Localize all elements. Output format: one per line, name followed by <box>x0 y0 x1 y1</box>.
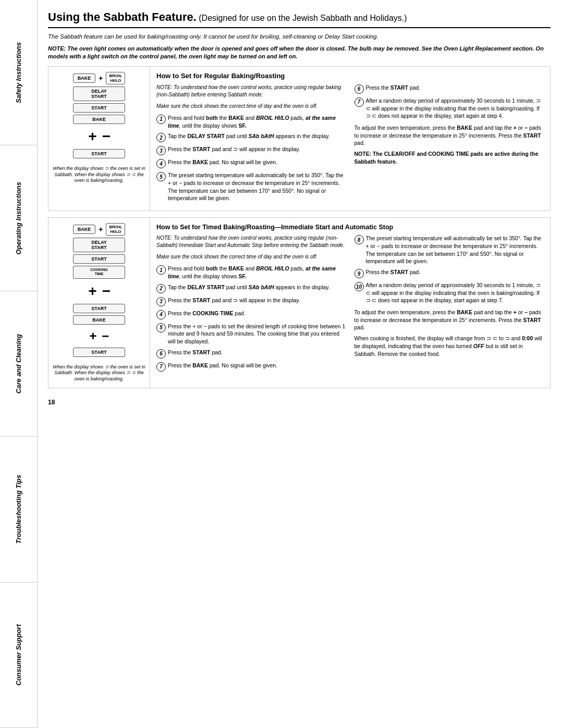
bake-pad-1[interactable]: BAKE <box>73 73 96 83</box>
section1-diagram-area: BAKE + BROILHI/LO DELAYSTART START BAKE … <box>48 67 150 211</box>
section1-bold-note: NOTE: The CLEAR/OFF and COOKING TIME pad… <box>354 150 544 165</box>
plus-minus-1: + − <box>88 128 111 145</box>
delay-start-pad-2[interactable]: DELAYSTART <box>73 238 125 252</box>
start-pad-1[interactable]: START <box>73 103 125 113</box>
step-text-4: Press the BAKE pad. No signal will be gi… <box>168 158 277 166</box>
section1-make-sure: Make sure the clock shows the correct ti… <box>156 103 346 110</box>
step-num-s2-10: 10 <box>354 282 364 291</box>
step-text-s2-2: Tap the DELAY START pad until SAb bAtH a… <box>168 283 330 291</box>
plus-2a[interactable]: + <box>88 283 96 300</box>
step-text-s2-5: Press the + or − pads to set the desired… <box>168 323 346 346</box>
delay-start-pad-1[interactable]: DELAYSTART <box>73 87 125 101</box>
minus-1[interactable]: − <box>102 128 110 145</box>
step-item: 1 Press and hold both the BAKE and BROIL… <box>156 114 346 129</box>
step-num-s2-3: 3 <box>156 297 166 306</box>
section2-adjust-note: To adjust the oven temperature, press th… <box>354 309 544 331</box>
section2-steps-area: How to Set for Timed Baking/Roasting—Imm… <box>150 218 550 388</box>
section1-heading: How to Set for Regular Baking/Roasting <box>156 72 544 80</box>
oven-diagram-2: BAKE + BROILHI/LO DELAYSTART START COOKI… <box>57 223 141 357</box>
plus-minus-2a: + − <box>88 283 111 300</box>
step-num-2: 2 <box>156 133 166 142</box>
section-regular-baking: BAKE + BROILHI/LO DELAYSTART START BAKE … <box>48 66 550 211</box>
start-pad-2c[interactable]: START <box>73 348 125 357</box>
step-num-s2-9: 9 <box>354 269 364 278</box>
section-timed-baking: BAKE + BROILHI/LO DELAYSTART START COOKI… <box>48 217 550 388</box>
step-num-7: 7 <box>354 97 364 107</box>
section2-right-steps-list: 8 The preset starting temperature will a… <box>354 235 544 304</box>
section2-steps-list: 1 Press and hold both the BAKE and BROIL… <box>156 265 346 371</box>
start-pad-1b[interactable]: START <box>73 149 125 158</box>
section2-caption: When the display shows ⊃ the oven is set… <box>53 364 145 382</box>
step-text-1: Press and hold both the BAKE and BROIL H… <box>168 114 346 129</box>
oven-diagram-1: BAKE + BROILHI/LO DELAYSTART START BAKE … <box>57 72 141 158</box>
step-num-s2-7: 7 <box>156 362 166 372</box>
step-num-s2-6: 6 <box>156 349 166 359</box>
step-item: 10 After a random delay period of approx… <box>354 281 544 304</box>
sidebar-section-consumer[interactable]: Consumer Support <box>0 583 37 728</box>
intro-text: The Sabbath feature can be used for baki… <box>48 32 550 41</box>
section1-two-col: NOTE: To understand how the oven control… <box>156 84 544 205</box>
minus-2b[interactable]: − <box>102 329 109 343</box>
step-text-6: Press the START pad. <box>366 84 421 92</box>
title-bold: Using the Sabbath Feature. <box>48 10 197 23</box>
bake-pad-2b[interactable]: BAKE <box>73 315 125 325</box>
sidebar-section-operating[interactable]: Operating Instructions <box>0 145 37 291</box>
step-item: 8 The preset starting temperature will a… <box>354 235 544 265</box>
section1-caption: When the display shows ⊃ the oven is set… <box>53 166 145 184</box>
bake-pad-1b[interactable]: BAKE <box>73 115 125 124</box>
step-item: 7 After a random delay period of approxi… <box>354 97 544 120</box>
oven-top-row-2: BAKE + BROILHI/LO <box>57 223 141 236</box>
sidebar-label-safety: Safety Instructions <box>15 42 22 103</box>
step-text-s2-4: Press the COOKING TIME pad. <box>168 310 246 317</box>
step-text-s2-8: The preset starting temperature will aut… <box>366 235 544 265</box>
page-bold-note: NOTE: The oven light comes on automatica… <box>48 45 550 61</box>
section2-heading: How to Set for Timed Baking/Roasting—Imm… <box>156 223 544 231</box>
step-text-s2-6: Press the START pad. <box>168 349 223 356</box>
plus-icon-2: + <box>99 225 103 233</box>
step-item: 3 Press the START pad and ⊃ will appear … <box>156 145 346 155</box>
title-sub: (Designed for use on the Jewish Sabbath … <box>197 14 407 22</box>
step-item: 2 Tap the DELAY START pad until SAb bAtH… <box>156 132 346 142</box>
sidebar: Safety Instructions Operating Instructio… <box>0 0 38 728</box>
sidebar-label-troubleshooting: Troubleshooting Tips <box>15 475 22 544</box>
start-pad-2b[interactable]: START <box>73 304 125 313</box>
minus-2a[interactable]: − <box>102 283 110 300</box>
step-num-s2-8: 8 <box>354 235 364 244</box>
step-text-3: Press the START pad and ⊃ will appear in… <box>168 145 300 153</box>
sidebar-section-care[interactable]: Care and Cleaning <box>0 291 37 437</box>
step-text-5: The preset starting temperature will aut… <box>168 171 346 202</box>
page-title: Using the Sabbath Feature. (Designed for… <box>48 10 550 28</box>
broil-pad-1[interactable]: BROILHI/LO <box>106 72 125 84</box>
sidebar-section-safety[interactable]: Safety Instructions <box>0 0 37 145</box>
plus-2b[interactable]: + <box>89 329 96 343</box>
step-text-2: Tap the DELAY START pad until SAb bAtH a… <box>168 132 330 140</box>
start-pad-2a[interactable]: START <box>73 254 125 264</box>
cooking-time-pad-2[interactable]: COOKINGTIME <box>73 266 125 279</box>
step-item: 5 Press the + or − pads to set the desir… <box>156 323 346 346</box>
plus-minus-2b: + − <box>89 329 109 343</box>
step-text-s2-3: Press the START pad and ⊃ will appear in… <box>168 297 300 304</box>
section1-note: NOTE: To understand how the oven control… <box>156 84 346 98</box>
section1-steps-area: How to Set for Regular Baking/Roasting N… <box>150 67 550 211</box>
step-item: 4 Press the BAKE pad. No signal will be … <box>156 158 346 168</box>
step-text-s2-1: Press and hold both the BAKE and BROIL H… <box>168 265 346 280</box>
section1-right-steps-list: 6 Press the START pad. 7 After a random … <box>354 84 544 120</box>
step-item: 7 Press the BAKE pad. No signal will be … <box>156 362 346 372</box>
sidebar-label-consumer: Consumer Support <box>15 624 22 686</box>
section1-adjust-note: To adjust the oven temperature, press th… <box>354 124 544 147</box>
step-text-s2-9: Press the START pad. <box>366 268 421 276</box>
page-number: 18 <box>48 399 550 406</box>
section1-steps-list: 1 Press and hold both the BAKE and BROIL… <box>156 114 346 202</box>
section2-left-steps: NOTE: To understand how the oven control… <box>156 235 346 374</box>
section2-diagram-area: BAKE + BROILHI/LO DELAYSTART START COOKI… <box>48 218 150 388</box>
step-item: 1 Press and hold both the BAKE and BROIL… <box>156 265 346 280</box>
note-bold-text: NOTE: The oven light comes on automatica… <box>48 45 544 59</box>
sidebar-section-troubleshooting[interactable]: Troubleshooting Tips <box>0 437 37 582</box>
broil-pad-2[interactable]: BROILHI/LO <box>106 223 125 236</box>
plus-1[interactable]: + <box>88 128 96 145</box>
section2-note: NOTE: To understand how the oven control… <box>156 235 346 249</box>
bake-pad-2[interactable]: BAKE <box>73 225 96 234</box>
step-text-7: After a random delay period of approxima… <box>366 97 544 120</box>
step-num-s2-1: 1 <box>156 265 166 275</box>
oven-top-row-1: BAKE + BROILHI/LO <box>57 72 141 84</box>
